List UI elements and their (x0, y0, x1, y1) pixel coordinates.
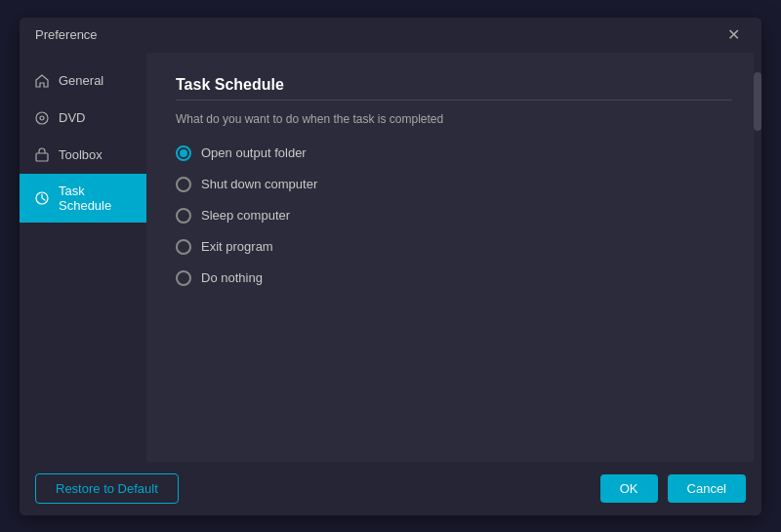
radio-circle-open-output (176, 145, 191, 161)
radio-label-exit: Exit program (201, 239, 273, 254)
dvd-icon (33, 109, 51, 127)
radio-circle-exit (176, 239, 191, 255)
sidebar-item-dvd-label: DVD (59, 110, 85, 125)
restore-default-button[interactable]: Restore to Default (35, 473, 179, 504)
radio-label-sleep: Sleep computer (201, 208, 290, 223)
radio-label-shut-down: Shut down computer (201, 177, 317, 191)
close-button[interactable]: ✕ (721, 25, 746, 45)
dialog-content: General DVD (20, 53, 761, 462)
section-title: Task Schedule (176, 76, 732, 94)
home-icon (33, 72, 51, 90)
radio-open-output[interactable]: Open output folder (176, 145, 732, 161)
svg-rect-2 (36, 153, 48, 161)
sidebar-item-dvd[interactable]: DVD (20, 100, 146, 137)
sidebar-item-task-schedule[interactable]: Task Schedule (20, 174, 146, 223)
radio-circle-shut-down (176, 177, 191, 192)
title-bar: Preference ✕ (20, 18, 761, 53)
clock-icon (33, 189, 51, 207)
sidebar: General DVD (20, 53, 146, 462)
svg-point-1 (40, 116, 44, 120)
section-divider (176, 100, 732, 101)
toolbox-icon (33, 146, 51, 164)
scrollbar[interactable] (754, 53, 761, 462)
dialog-title: Preference (35, 27, 98, 42)
cancel-button[interactable]: Cancel (668, 474, 746, 503)
radio-exit[interactable]: Exit program (176, 239, 732, 255)
svg-point-0 (36, 112, 48, 124)
section-subtitle: What do you want to do when the task is … (176, 112, 732, 126)
sidebar-item-toolbox[interactable]: Toolbox (20, 137, 146, 174)
sidebar-item-toolbox-label: Toolbox (59, 147, 103, 162)
radio-circle-nothing (176, 270, 191, 286)
preference-dialog: Preference ✕ General (20, 18, 761, 515)
scrollbar-thumb[interactable] (754, 72, 761, 131)
radio-circle-sleep (176, 208, 191, 224)
sidebar-item-general[interactable]: General (20, 62, 146, 100)
radio-nothing[interactable]: Do nothing (176, 270, 732, 286)
footer: Restore to Default OK Cancel (20, 462, 761, 515)
radio-sleep[interactable]: Sleep computer (176, 208, 732, 224)
sidebar-item-task-schedule-label: Task Schedule (59, 184, 133, 213)
radio-shut-down[interactable]: Shut down computer (176, 177, 732, 192)
sidebar-item-general-label: General (59, 73, 103, 88)
ok-button[interactable]: OK (600, 474, 658, 503)
footer-right: OK Cancel (600, 474, 746, 503)
radio-group: Open output folder Shut down computer Sl… (176, 145, 732, 286)
radio-label-nothing: Do nothing (201, 270, 263, 285)
radio-label-open-output: Open output folder (201, 145, 307, 160)
main-panel: Task Schedule What do you want to do whe… (146, 53, 761, 462)
